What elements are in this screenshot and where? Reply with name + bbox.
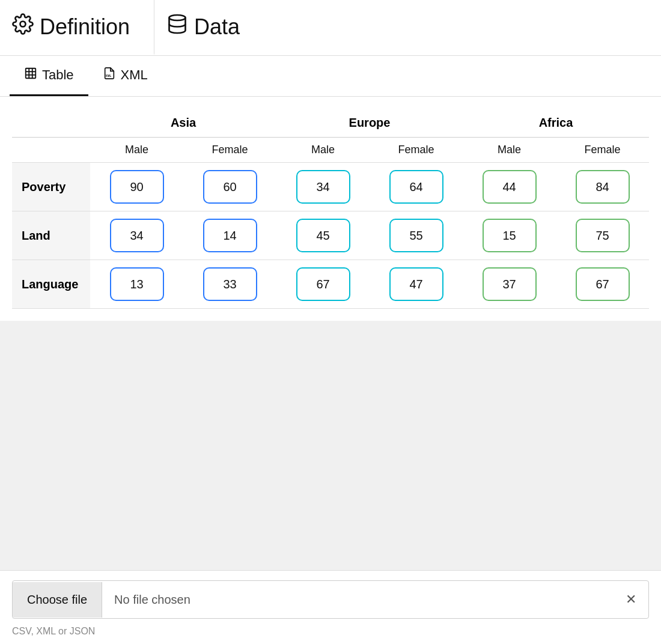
cell-input[interactable] — [576, 267, 630, 301]
empty-gender-header — [12, 138, 90, 163]
africa-female-header: Female — [556, 138, 649, 163]
cell-input[interactable] — [483, 267, 537, 301]
row-label: Land — [12, 211, 90, 260]
data-cell — [370, 260, 463, 309]
cell-input[interactable] — [576, 219, 630, 252]
cell-input[interactable] — [296, 170, 350, 204]
table-row: Poverty — [12, 163, 649, 211]
data-cell — [183, 211, 276, 260]
cell-input[interactable] — [389, 219, 443, 252]
sub-tab-table[interactable]: Table — [10, 56, 88, 96]
data-cell — [90, 163, 183, 211]
tab-data[interactable]: Data — [154, 0, 264, 55]
cell-input[interactable] — [110, 219, 164, 252]
table-row: Land — [12, 211, 649, 260]
table-icon — [24, 67, 37, 84]
empty-header — [12, 109, 90, 138]
cell-input[interactable] — [296, 219, 350, 252]
asia-male-header: Male — [90, 138, 183, 163]
region-header-row: Asia Europe Africa — [12, 109, 649, 138]
africa-male-header: Male — [463, 138, 556, 163]
data-table-section: Asia Europe Africa Male Female Male Fema… — [0, 97, 661, 321]
sub-tab-xml[interactable]: XML XML — [88, 56, 162, 96]
cell-input[interactable] — [203, 267, 257, 301]
tab-definition[interactable]: Definition — [0, 0, 154, 55]
cell-input[interactable] — [483, 219, 537, 252]
svg-point-1 — [169, 15, 186, 20]
data-cell — [370, 163, 463, 211]
table-row: Language — [12, 260, 649, 309]
region-africa: Africa — [463, 109, 649, 138]
data-cell — [463, 163, 556, 211]
file-hint: CSV, XML or JSON — [12, 624, 649, 639]
data-cell — [276, 260, 370, 309]
region-europe: Europe — [276, 109, 463, 138]
clear-file-button[interactable]: ✕ — [614, 581, 648, 618]
gear-icon — [12, 13, 34, 40]
region-asia: Asia — [90, 109, 276, 138]
data-cell — [556, 163, 649, 211]
data-cell — [90, 211, 183, 260]
cell-input[interactable] — [483, 170, 537, 204]
cell-input[interactable] — [576, 170, 630, 204]
cell-input[interactable] — [110, 267, 164, 301]
data-table: Asia Europe Africa Male Female Male Fema… — [12, 109, 649, 309]
svg-text:XML: XML — [105, 74, 111, 77]
data-cell — [556, 211, 649, 260]
cell-input[interactable] — [389, 170, 443, 204]
asia-female-header: Female — [183, 138, 276, 163]
data-cell — [90, 260, 183, 309]
sub-tab-xml-label: XML — [121, 67, 148, 83]
file-chooser-area: Choose file No file chosen ✕ CSV, XML or… — [0, 570, 661, 644]
choose-file-button[interactable]: Choose file — [13, 582, 102, 618]
data-cell — [183, 260, 276, 309]
tab-data-label: Data — [194, 14, 240, 40]
data-cell — [463, 260, 556, 309]
database-icon — [166, 13, 188, 40]
cell-input[interactable] — [296, 267, 350, 301]
svg-rect-2 — [26, 68, 36, 79]
xml-file-icon: XML — [103, 67, 116, 84]
cell-input[interactable] — [203, 170, 257, 204]
tab-definition-label: Definition — [40, 14, 130, 40]
europe-female-header: Female — [370, 138, 463, 163]
svg-point-0 — [20, 22, 26, 27]
sub-tab-table-label: Table — [42, 67, 74, 83]
row-label: Poverty — [12, 163, 90, 211]
data-cell — [370, 211, 463, 260]
data-cell — [276, 163, 370, 211]
file-chooser-row: Choose file No file chosen ✕ — [12, 580, 649, 619]
cell-input[interactable] — [389, 267, 443, 301]
data-cell — [276, 211, 370, 260]
sub-tab-bar: Table XML XML — [0, 56, 661, 97]
row-label: Language — [12, 260, 90, 309]
cell-input[interactable] — [203, 219, 257, 252]
cell-input[interactable] — [110, 170, 164, 204]
data-cell — [183, 163, 276, 211]
data-cell — [556, 260, 649, 309]
europe-male-header: Male — [276, 138, 370, 163]
no-file-text: No file chosen — [102, 582, 614, 618]
gender-header-row: Male Female Male Female Male Female — [12, 138, 649, 163]
data-cell — [463, 211, 556, 260]
top-tab-bar: Definition Data — [0, 0, 661, 56]
